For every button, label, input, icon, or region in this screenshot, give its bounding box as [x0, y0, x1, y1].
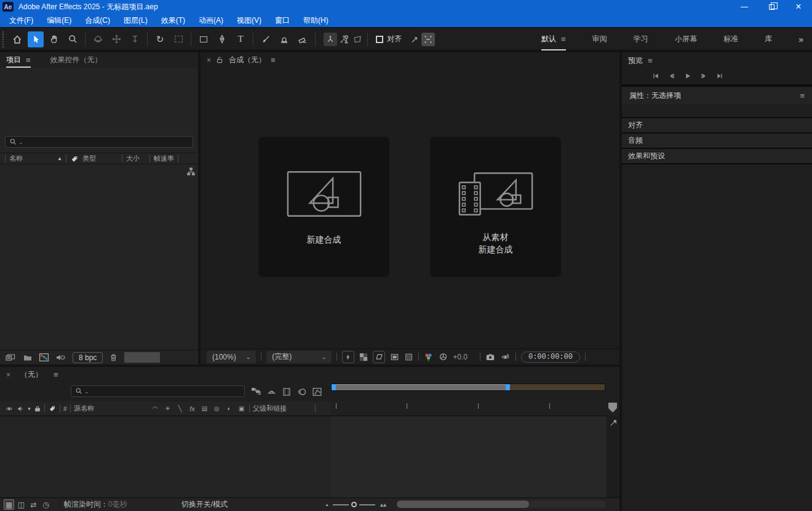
- zoom-tool[interactable]: [65, 31, 81, 47]
- menu-view[interactable]: 视图(V): [230, 14, 268, 27]
- quality-icon[interactable]: ╲: [175, 405, 185, 412]
- timeline-track-area[interactable]: [331, 416, 607, 497]
- timeline-layer-list[interactable]: [0, 416, 331, 497]
- snap-inside-collapsed-button[interactable]: [421, 33, 435, 46]
- workspace-tab-libraries[interactable]: 库: [765, 28, 772, 50]
- audio-panel-header[interactable]: 音频: [622, 134, 812, 149]
- workspace-tab-learn[interactable]: 学习: [634, 28, 648, 50]
- column-source-name[interactable]: 源名称: [74, 404, 148, 413]
- timeline-search[interactable]: ⌄: [71, 385, 245, 397]
- view-axis-mode-button[interactable]: [351, 33, 364, 46]
- transparency-grid-button[interactable]: [359, 353, 368, 361]
- new-folder-icon[interactable]: [23, 353, 33, 363]
- shy-icon[interactable]: [266, 387, 277, 397]
- menu-animation[interactable]: 动画(A): [192, 14, 230, 27]
- local-axis-mode-button[interactable]: [324, 33, 337, 46]
- snapshot-camera-icon[interactable]: [485, 353, 495, 361]
- snap-checkbox[interactable]: [376, 36, 383, 43]
- workspace-tab-small-screen[interactable]: 小屏幕: [675, 28, 697, 50]
- pen-tool[interactable]: [214, 31, 230, 47]
- camera-tool[interactable]: [170, 31, 186, 47]
- workspace-tab-standard[interactable]: 标准: [723, 28, 738, 50]
- work-area-start-handle[interactable]: [332, 384, 336, 390]
- tab-preview[interactable]: 预览 ≡: [628, 52, 653, 68]
- tab-project[interactable]: 项目 ≡: [6, 52, 31, 68]
- show-snapshot-eye-icon[interactable]: [500, 353, 511, 361]
- render-time-pane-icon[interactable]: ◷: [41, 499, 51, 510]
- time-ruler[interactable]: [331, 401, 607, 416]
- selection-tool[interactable]: [28, 31, 44, 47]
- brush-tool[interactable]: [258, 31, 274, 47]
- video-eye-icon[interactable]: [5, 405, 14, 412]
- magnification-dropdown[interactable]: (100%) ⌄: [207, 351, 256, 363]
- project-search-input[interactable]: [25, 138, 189, 147]
- mask-visibility-button[interactable]: [373, 351, 385, 363]
- toggle-switches-modes-button[interactable]: 切换开关/模式: [181, 499, 228, 510]
- timeline-menu-icon[interactable]: ≡: [54, 370, 58, 379]
- new-composition-icon[interactable]: [39, 353, 49, 362]
- cube-3d-icon[interactable]: ▣: [237, 405, 246, 412]
- comp-panel-menu-icon[interactable]: ≡: [271, 55, 276, 65]
- solo-icon[interactable]: ●: [28, 406, 31, 411]
- project-settings-icon[interactable]: [55, 353, 66, 363]
- comp-marker-bin-icon[interactable]: [608, 402, 618, 413]
- effects-presets-panel-header[interactable]: 效果和预设: [622, 149, 812, 164]
- transfer-controls-pane-icon[interactable]: ◫: [16, 499, 26, 510]
- menu-composition[interactable]: 合成(C): [78, 14, 117, 27]
- eraser-tool[interactable]: [295, 31, 311, 47]
- unlock-icon[interactable]: [216, 56, 224, 64]
- project-panel-menu-icon[interactable]: ≡: [26, 55, 31, 65]
- collapse-transformations-icon[interactable]: ☀: [163, 405, 172, 412]
- zoom-slider-knob[interactable]: [351, 502, 357, 507]
- channel-rgb-button[interactable]: [424, 353, 434, 361]
- work-area-outside-region[interactable]: [510, 384, 605, 390]
- properties-panel-header[interactable]: 属性：无选择项 ≡: [622, 87, 812, 104]
- rotation-tool[interactable]: ↻: [152, 31, 168, 47]
- pan-camera-tool[interactable]: [108, 31, 124, 47]
- column-type[interactable]: 类型: [82, 154, 118, 163]
- grid-guides-button[interactable]: [404, 353, 413, 361]
- play-button[interactable]: [681, 71, 695, 82]
- adjustment-layer-icon[interactable]: ◐: [225, 405, 234, 412]
- first-frame-button[interactable]: [649, 71, 663, 82]
- shy-switch-icon[interactable]: ◠: [151, 405, 160, 412]
- next-frame-button[interactable]: [697, 71, 710, 82]
- in-out-pane-icon[interactable]: ⇄: [28, 499, 39, 510]
- graph-editor-icon[interactable]: [312, 387, 322, 397]
- mini-flowchart-icon[interactable]: [251, 387, 261, 397]
- motion-blur-icon[interactable]: [297, 387, 307, 397]
- new-composition-card[interactable]: 新建合成: [258, 137, 389, 277]
- fast-preview-button[interactable]: [342, 351, 354, 363]
- timeline-vertical-scrollbar[interactable]: [607, 416, 619, 497]
- orbit-camera-tool[interactable]: [90, 31, 106, 47]
- type-tool[interactable]: T: [233, 31, 249, 47]
- last-frame-button[interactable]: [713, 71, 726, 82]
- workspace-tab-review[interactable]: 审阅: [592, 28, 607, 50]
- label-color-icon[interactable]: [48, 404, 57, 412]
- align-panel-header[interactable]: 对齐: [622, 118, 812, 134]
- bit-depth-button[interactable]: 8 bpc: [73, 352, 103, 363]
- menu-effect[interactable]: 效果(T): [154, 14, 192, 27]
- rectangle-tool[interactable]: [196, 31, 212, 47]
- zoom-out-mountain-icon[interactable]: ▲: [325, 502, 329, 507]
- world-axis-mode-button[interactable]: [337, 33, 351, 46]
- column-name[interactable]: 名称: [9, 154, 54, 163]
- work-area-end-handle[interactable]: [506, 384, 510, 390]
- column-number[interactable]: #: [63, 405, 67, 412]
- column-framerate[interactable]: 帧速率: [154, 154, 174, 163]
- menu-layer[interactable]: 图层(L): [117, 14, 154, 27]
- region-of-interest-button[interactable]: [390, 353, 399, 361]
- motion-blur-switch-icon[interactable]: ◎: [212, 405, 221, 412]
- snap-beyond-edges-button[interactable]: [408, 33, 421, 46]
- previous-frame-button[interactable]: [665, 71, 679, 82]
- resolution-dropdown[interactable]: (完整) ⌄: [266, 351, 332, 363]
- exposure-value[interactable]: +0.0: [453, 353, 468, 361]
- frame-blend-switch-icon[interactable]: ▤: [200, 405, 209, 412]
- add-marker-icon[interactable]: [607, 419, 619, 427]
- clone-stamp-tool[interactable]: [276, 31, 292, 47]
- timeline-tab[interactable]: （无）: [20, 369, 42, 380]
- new-composition-from-footage-card[interactable]: 从素材 新建合成: [430, 137, 561, 277]
- timeline-tab-close-icon[interactable]: ×: [6, 371, 10, 379]
- toolbar-grip[interactable]: [2, 31, 4, 47]
- home-button[interactable]: [9, 31, 25, 47]
